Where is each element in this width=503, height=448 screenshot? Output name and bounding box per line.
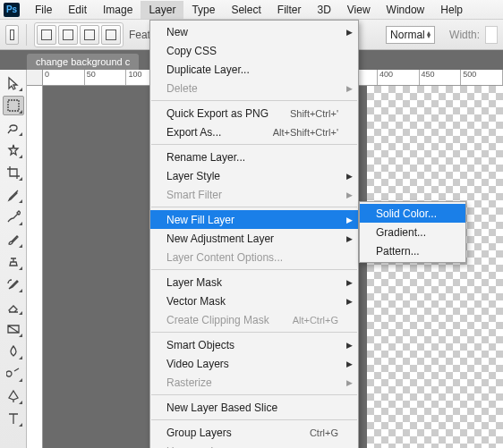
menu-item-label: New Adjustment Layer bbox=[166, 232, 274, 245]
menu-item-layer-style[interactable]: Layer Style▶ bbox=[150, 166, 358, 185]
submenu-item-solid-color[interactable]: Solid Color... bbox=[360, 204, 465, 223]
menu-layer[interactable]: Layer bbox=[141, 1, 183, 19]
menu-item-rename-layer[interactable]: Rename Layer... bbox=[150, 148, 358, 166]
pen-tool[interactable] bbox=[3, 386, 24, 406]
menu-item-label: Layer Mask bbox=[166, 276, 222, 289]
submenu-arrow-icon: ▶ bbox=[346, 341, 353, 350]
submenu-arrow-icon: ▶ bbox=[346, 297, 353, 306]
dodge-tool[interactable] bbox=[3, 364, 24, 384]
menu-3d[interactable]: 3D bbox=[309, 1, 338, 19]
lasso-tool[interactable] bbox=[3, 118, 24, 138]
menu-item-label: Rasterize bbox=[166, 376, 212, 389]
submenu-arrow-icon: ▶ bbox=[346, 190, 353, 199]
selection-subtract-button[interactable] bbox=[80, 25, 99, 45]
selection-add-button[interactable] bbox=[58, 25, 78, 45]
new-fill-layer-submenu: Solid Color...Gradient...Pattern... bbox=[359, 201, 466, 263]
document-tab[interactable]: change background c bbox=[27, 54, 139, 70]
menu-shortcut: Alt+Shift+Ctrl+' bbox=[273, 127, 338, 138]
submenu-arrow-icon: ▶ bbox=[346, 216, 353, 224]
healing-brush-tool[interactable] bbox=[3, 207, 24, 227]
ruler-tick: 400 bbox=[378, 70, 420, 85]
submenu-arrow-icon: ▶ bbox=[346, 359, 353, 368]
menu-item-label: New Layer Based Slice bbox=[166, 402, 277, 414]
menu-view[interactable]: View bbox=[339, 1, 379, 19]
menu-window[interactable]: Window bbox=[379, 1, 433, 19]
menu-separator bbox=[151, 269, 357, 270]
menu-item-new[interactable]: New▶ bbox=[150, 22, 358, 41]
menu-separator bbox=[151, 332, 357, 333]
menu-item-video-layers[interactable]: Video Layers▶ bbox=[150, 354, 358, 373]
menu-item-layer-content-options: Layer Content Options... bbox=[150, 248, 358, 266]
menu-item-label: Layer Content Options... bbox=[166, 251, 283, 264]
type-tool[interactable] bbox=[3, 409, 24, 428]
menu-select[interactable]: Select bbox=[223, 1, 269, 19]
move-tool[interactable] bbox=[3, 73, 24, 93]
app-logo-icon: Ps bbox=[4, 3, 20, 17]
eraser-tool[interactable] bbox=[3, 297, 24, 317]
menu-item-rasterize: Rasterize▶ bbox=[150, 373, 358, 392]
menu-item-copy-css[interactable]: Copy CSS bbox=[150, 41, 358, 60]
blend-mode-select[interactable]: Normal ▴▾ bbox=[386, 26, 435, 44]
dropdown-arrows-icon: ▴▾ bbox=[427, 31, 431, 38]
marquee-tool[interactable] bbox=[3, 96, 24, 115]
menu-help[interactable]: Help bbox=[432, 1, 471, 19]
width-input[interactable] bbox=[485, 26, 498, 44]
menu-item-new-layer-based-slice[interactable]: New Layer Based Slice bbox=[150, 398, 358, 417]
selection-intersect-button[interactable] bbox=[101, 25, 121, 45]
eyedropper-tool[interactable] bbox=[3, 185, 24, 205]
menu-item-label: Vector Mask bbox=[166, 295, 226, 308]
submenu-item-pattern[interactable]: Pattern... bbox=[360, 241, 465, 260]
menu-item-ungroup-layers: Ungroup LayersShift+Ctrl+G bbox=[150, 442, 358, 448]
menu-item-layer-mask[interactable]: Layer Mask▶ bbox=[150, 273, 358, 292]
menu-item-group-layers[interactable]: Group LayersCtrl+G bbox=[150, 423, 358, 442]
ruler-tick: 0 bbox=[43, 70, 85, 85]
menu-shortcut: Alt+Ctrl+G bbox=[293, 315, 338, 325]
menu-item-vector-mask[interactable]: Vector Mask▶ bbox=[150, 292, 358, 310]
blur-tool[interactable] bbox=[3, 342, 24, 361]
submenu-item-label: Gradient... bbox=[376, 226, 426, 239]
menu-item-label: New Fill Layer bbox=[166, 214, 234, 226]
menu-shortcut: Ctrl+G bbox=[310, 427, 338, 438]
menu-item-duplicate-layer[interactable]: Duplicate Layer... bbox=[150, 60, 358, 79]
submenu-arrow-icon: ▶ bbox=[346, 84, 353, 93]
magic-wand-tool[interactable] bbox=[3, 140, 24, 160]
tool-palette bbox=[0, 70, 27, 448]
ruler-tick: 500 bbox=[461, 70, 503, 85]
clone-stamp-tool[interactable] bbox=[3, 252, 24, 272]
menu-image[interactable]: Image bbox=[95, 1, 141, 19]
menu-item-label: Ungroup Layers bbox=[166, 445, 243, 449]
tool-preset-button[interactable] bbox=[5, 25, 19, 45]
menu-type[interactable]: Type bbox=[183, 1, 223, 19]
separator bbox=[26, 24, 27, 46]
menu-separator bbox=[151, 207, 357, 207]
ruler-tick: 50 bbox=[85, 70, 127, 85]
menu-separator bbox=[151, 144, 357, 145]
submenu-arrow-icon: ▶ bbox=[346, 234, 353, 243]
menu-item-label: Smart Objects bbox=[166, 339, 234, 351]
menu-item-new-adjustment-layer[interactable]: New Adjustment Layer▶ bbox=[150, 229, 358, 248]
menu-filter[interactable]: Filter bbox=[269, 1, 310, 19]
crop-tool[interactable] bbox=[3, 163, 24, 182]
menu-item-quick-export-as-png[interactable]: Quick Export as PNGShift+Ctrl+' bbox=[150, 104, 358, 123]
history-brush-tool[interactable] bbox=[3, 275, 24, 294]
menu-item-label: Create Clipping Mask bbox=[166, 314, 269, 326]
selection-new-button[interactable] bbox=[37, 25, 56, 45]
menu-shortcut: Shift+Ctrl+' bbox=[290, 108, 338, 119]
menu-item-new-fill-layer[interactable]: New Fill Layer▶ bbox=[150, 210, 358, 229]
menu-file[interactable]: File bbox=[27, 1, 60, 19]
menu-item-smart-objects[interactable]: Smart Objects▶ bbox=[150, 335, 358, 354]
ruler-vertical bbox=[27, 86, 43, 448]
menu-item-export-as[interactable]: Export As...Alt+Shift+Ctrl+' bbox=[150, 123, 358, 141]
menu-item-label: Smart Filter bbox=[166, 189, 222, 201]
submenu-item-gradient[interactable]: Gradient... bbox=[360, 223, 465, 241]
width-label: Width: bbox=[449, 29, 480, 41]
menu-edit[interactable]: Edit bbox=[60, 1, 95, 19]
menu-item-label: Layer Style bbox=[166, 170, 220, 182]
brush-tool[interactable] bbox=[3, 230, 24, 249]
ruler-corner bbox=[27, 70, 43, 86]
gradient-tool[interactable] bbox=[3, 319, 24, 339]
menu-item-smart-filter: Smart Filter▶ bbox=[150, 185, 358, 204]
menu-item-label: Copy CSS bbox=[166, 45, 217, 57]
menu-item-delete: Delete▶ bbox=[150, 79, 358, 97]
submenu-item-label: Solid Color... bbox=[376, 207, 437, 220]
